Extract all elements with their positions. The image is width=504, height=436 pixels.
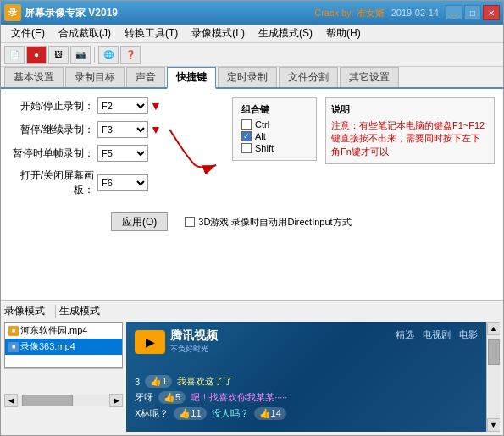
- file-name-1: 录像363.mp4: [20, 340, 75, 353]
- toolbar-record[interactable]: ●: [26, 46, 47, 64]
- date-label: 2019-02-14: [391, 8, 439, 18]
- ctrl-row: Ctrl: [241, 119, 307, 130]
- shift-label: Shift: [255, 143, 274, 153]
- ctrl-checkbox[interactable]: [241, 119, 252, 130]
- tencent-sub: 不负好时光: [170, 344, 218, 355]
- start-stop-row: 开始/停止录制： F2F1F3 ▼: [9, 97, 215, 114]
- file-item-0[interactable]: ■ 河东软件园.mp4: [5, 323, 122, 339]
- d3-checkbox[interactable]: [185, 217, 195, 227]
- preview-container: ▶ 腾讯视频 不负好时光 精选 电视剧 电影: [126, 322, 500, 432]
- toolbar-help[interactable]: ❓: [120, 46, 141, 64]
- chat-text-2: 没人吗？: [212, 407, 249, 420]
- scroll-right-button[interactable]: ▶: [109, 394, 123, 407]
- alt-label: Alt: [255, 131, 266, 141]
- nav-item-0: 精选: [396, 328, 414, 341]
- lower-section: 录像模式 生成模式 ■ 河东软件园.mp4 ■ 录像363.mp4: [1, 300, 503, 435]
- chat-num-1: 牙呀: [135, 391, 153, 404]
- chat-row-2: X林呢？ 👍11 没人吗？ 👍14: [135, 407, 478, 420]
- arrow2: ▼: [150, 123, 162, 136]
- open-close-panel-label: 打开/关闭屏幕画板：: [9, 168, 94, 197]
- pause-resume-select[interactable]: F3F2F4: [97, 121, 148, 138]
- hotkey-tab-content: 开始/停止录制： F2F1F3 ▼ 暂停/继续录制： F3F2F4 ▼: [1, 89, 503, 300]
- mode-row: 录像模式 生成模式: [4, 304, 500, 318]
- main-body: ■ 河东软件园.mp4 ■ 录像363.mp4 ◀: [4, 322, 500, 432]
- tab-sound[interactable]: 声音: [126, 67, 165, 87]
- preview-area: ▶ 腾讯视频 不负好时光 精选 电视剧 电影: [126, 322, 486, 432]
- maximize-button[interactable]: □: [464, 5, 481, 20]
- apply-button[interactable]: 应用(O): [111, 212, 168, 231]
- chat-text-1: 嗯！找喜欢你我某某·····: [191, 391, 287, 404]
- pause-single-row: 暂停时单帧录制： F5F4F6: [9, 145, 215, 162]
- tab-target[interactable]: 录制目标: [65, 67, 125, 87]
- like-btn-0: 👍1: [145, 375, 172, 388]
- menu-merge[interactable]: 合成裁取(J): [52, 25, 118, 42]
- toolbar-sep1: [94, 47, 95, 63]
- start-stop-label: 开始/停止录制：: [9, 99, 94, 113]
- alt-row: ✓ Alt: [241, 131, 307, 141]
- nav-item-2: 电影: [459, 328, 478, 341]
- close-button[interactable]: ✕: [483, 5, 500, 20]
- shift-row: Shift: [241, 143, 307, 153]
- tabs-bar: 基本设置 录制目标 声音 快捷键 定时录制 文件分割 其它设置: [1, 67, 503, 89]
- toolbar-new[interactable]: 📄: [4, 46, 25, 64]
- menu-gen-mode[interactable]: 生成模式(S): [252, 25, 319, 42]
- scroll-up-button[interactable]: ▲: [487, 322, 501, 335]
- main-window: 录 屏幕录像专家 V2019 Crack by: 准女婿 2019-02-14 …: [0, 0, 504, 436]
- menu-record-mode[interactable]: 录像模式(L): [185, 25, 252, 42]
- tab-hotkey[interactable]: 快捷键: [167, 67, 216, 89]
- open-close-panel-select[interactable]: F6F5F7: [97, 174, 148, 191]
- file-icon-0: ■: [8, 326, 19, 336]
- minimize-button[interactable]: —: [446, 5, 462, 20]
- nav-item-1: 电视剧: [423, 328, 451, 341]
- note-text: 注意：有些笔记本电脑的键盘F1~F12键直接按不出来，需要同时按下左下角Fn键才…: [331, 119, 489, 158]
- h-thumb[interactable]: [22, 395, 73, 406]
- note-panel: 说明 注意：有些笔记本电脑的键盘F1~F12键直接按不出来，需要同时按下左下角F…: [325, 97, 495, 164]
- d3-option-row: 3D游戏 录像时自动用DirectInput方式: [185, 216, 351, 229]
- toolbar-img2[interactable]: 📷: [70, 46, 91, 64]
- menu-bar: 文件(E) 合成裁取(J) 转换工具(T) 录像模式(L) 生成模式(S) 帮助…: [1, 25, 503, 43]
- window-title: 屏幕录像专家 V2019: [25, 6, 314, 20]
- note-title: 说明: [331, 103, 489, 116]
- file-list-container: ■ 河东软件园.mp4 ■ 录像363.mp4 ◀: [4, 322, 123, 432]
- ctrl-label: Ctrl: [255, 119, 269, 130]
- combo-keys-panel: 组合键 Ctrl ✓ Alt Shift: [232, 97, 317, 161]
- tab-other[interactable]: 其它设置: [340, 67, 399, 87]
- menu-file[interactable]: 文件(E): [4, 25, 52, 42]
- file-list-scrollbar-h: ◀ ▶: [4, 368, 123, 432]
- start-stop-select[interactable]: F2F1F3: [97, 97, 148, 114]
- file-name-0: 河东软件园.mp4: [20, 324, 87, 337]
- chat-row-1: 牙呀 👍5 嗯！找喜欢你我某某·····: [135, 391, 478, 404]
- toolbar-web[interactable]: 🌐: [98, 46, 119, 64]
- d3-label: 3D游戏 录像时自动用DirectInput方式: [198, 216, 351, 229]
- alt-checkbox[interactable]: ✓: [241, 131, 252, 141]
- chat-num-0: 3: [135, 377, 140, 387]
- scroll-down-button[interactable]: ▼: [487, 418, 501, 432]
- scroll-thumb[interactable]: [488, 339, 500, 365]
- toolbar-img[interactable]: 🖼: [48, 46, 69, 64]
- like-btn-1: 👍5: [158, 391, 186, 404]
- shift-checkbox[interactable]: [241, 143, 252, 153]
- file-list: ■ 河东软件园.mp4 ■ 录像363.mp4: [4, 322, 123, 368]
- menu-help[interactable]: 帮助(H): [319, 25, 368, 42]
- preview-nav: 精选 电视剧 电影: [396, 328, 478, 341]
- chat-num-2: X林呢？: [135, 407, 169, 420]
- menu-convert[interactable]: 转换工具(T): [118, 25, 185, 42]
- crack-label: Crack by: 准女婿: [314, 7, 385, 19]
- chat-text-0: 我喜欢这了了: [177, 375, 233, 388]
- scroll-left-button[interactable]: ◀: [4, 394, 18, 407]
- tab-timer[interactable]: 定时录制: [218, 67, 277, 87]
- tab-basic[interactable]: 基本设置: [4, 67, 64, 87]
- like-btn-2: 👍11: [174, 407, 206, 420]
- pause-single-select[interactable]: F5F4F6: [97, 145, 148, 162]
- tencent-name: 腾讯视频: [170, 328, 218, 344]
- tab-split[interactable]: 文件分割: [279, 67, 338, 87]
- arrow1: ▼: [150, 99, 162, 113]
- title-bar: 录 屏幕录像专家 V2019 Crack by: 准女婿 2019-02-14 …: [1, 1, 503, 25]
- mode-sep: [55, 305, 56, 318]
- h-track: [18, 395, 109, 406]
- scroll-track: [488, 335, 500, 418]
- pause-single-label: 暂停时单帧录制：: [9, 146, 94, 161]
- toolbar: 📄 ● 🖼 📷 🌐 ❓: [1, 43, 503, 67]
- open-close-panel-row: 打开/关闭屏幕画板： F6F5F7: [9, 168, 215, 197]
- file-item-1[interactable]: ■ 录像363.mp4: [5, 339, 122, 355]
